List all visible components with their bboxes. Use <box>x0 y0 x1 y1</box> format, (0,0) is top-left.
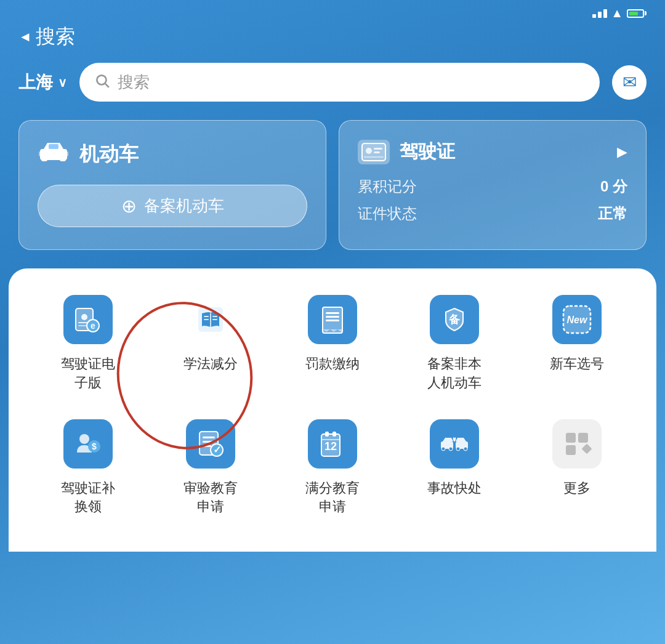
svg-point-14 <box>81 314 87 320</box>
service-accident[interactable]: 事故快处 <box>393 417 515 517</box>
status-icons: ▲ <box>592 6 647 20</box>
service-full-edu[interactable]: 12 满分教育 申请 <box>272 417 393 517</box>
status-label: 证件状态 <box>358 204 417 223</box>
search-bar[interactable]: 搜索 <box>79 63 600 102</box>
arrow-right-icon[interactable]: ▶ <box>617 144 627 160</box>
search-input[interactable]: 搜索 <box>118 71 150 93</box>
book-icon <box>186 295 235 344</box>
service-review-edu[interactable]: ✓ 审验教育 申请 <box>149 417 271 517</box>
service-register-other[interactable]: 备 备案非本 人机动车 <box>393 293 515 393</box>
svg-rect-10 <box>374 148 382 150</box>
svg-text:e: e <box>91 321 95 331</box>
svg-text:$: $ <box>92 441 97 451</box>
service-driving-e[interactable]: e 驾驶证电 子版 <box>27 293 149 393</box>
new-icon: New <box>552 295 602 344</box>
svg-text:New: New <box>566 315 587 325</box>
service-label: 驾驶证补 换领 <box>61 479 115 517</box>
svg-point-50 <box>456 447 460 451</box>
svg-rect-27 <box>326 316 339 318</box>
svg-rect-38 <box>203 445 211 447</box>
svg-point-48 <box>441 447 445 451</box>
license-renew-icon-wrap: $ <box>62 417 115 470</box>
service-license-renew[interactable]: $ 驾驶证补 换领 <box>27 417 149 517</box>
receipt-icon <box>308 295 357 344</box>
city-selector[interactable]: 上海 ∨ <box>18 71 67 94</box>
cards-row: 机动车 ⊕ 备案机动车 驾驶证 ▶ <box>0 120 665 268</box>
car-icon <box>38 139 70 170</box>
signal-icon <box>592 9 607 18</box>
doc-date-icon: 12 <box>308 419 357 469</box>
service-label: 备案非本 人机动车 <box>427 355 482 393</box>
status-bar: ▲ <box>0 0 665 23</box>
top-nav: ◄ 搜索 <box>0 23 665 63</box>
back-arrow-icon: ◄ <box>18 29 32 45</box>
svg-rect-11 <box>374 151 380 153</box>
more-icon <box>552 419 602 469</box>
svg-rect-22 <box>204 319 209 320</box>
license-title: 驾驶证 <box>400 139 455 164</box>
service-label: 满分教育 申请 <box>305 479 360 517</box>
svg-point-49 <box>449 447 453 451</box>
svg-rect-42 <box>325 432 329 437</box>
service-more[interactable]: 更多 <box>516 417 638 517</box>
svg-rect-57 <box>566 445 576 455</box>
svg-rect-43 <box>332 432 336 437</box>
back-button[interactable]: ◄ 搜索 <box>18 23 75 50</box>
svg-rect-12 <box>364 156 384 158</box>
vehicle-title: 机动车 <box>79 141 139 168</box>
service-label: 更多 <box>563 479 590 498</box>
svg-point-51 <box>464 447 467 451</box>
svg-rect-7 <box>49 144 58 149</box>
svg-text:✓: ✓ <box>212 445 220 455</box>
svg-text:12: 12 <box>324 440 337 453</box>
more-icon-wrap <box>550 417 603 470</box>
svg-rect-4 <box>60 158 66 161</box>
svg-rect-3 <box>41 158 47 161</box>
vehicle-card: 机动车 ⊕ 备案机动车 <box>18 120 326 250</box>
service-label: 罚款缴纳 <box>305 355 360 374</box>
new-plate-icon-wrap: New <box>550 293 603 346</box>
service-study-reduce[interactable]: 学法减分 <box>149 293 271 393</box>
chevron-down-icon: ∨ <box>58 75 67 90</box>
svg-rect-5 <box>39 151 42 156</box>
mail-icon: ✉ <box>623 72 637 92</box>
svg-rect-24 <box>212 319 217 320</box>
service-label: 事故快处 <box>427 479 482 498</box>
mail-button[interactable]: ✉ <box>612 65 647 100</box>
service-label: 驾驶证电 子版 <box>61 355 115 393</box>
status-value: 正常 <box>598 204 627 223</box>
service-label: 审验教育 申请 <box>183 479 238 517</box>
fine-pay-icon-wrap <box>306 293 359 346</box>
score-value: 0 分 <box>600 177 627 196</box>
search-icon <box>94 73 110 92</box>
battery-icon <box>627 9 647 18</box>
search-row: 上海 ∨ 搜索 ✉ <box>0 63 665 120</box>
accident-icon <box>430 419 479 469</box>
register-other-icon-wrap: 备 <box>428 293 481 346</box>
id-card-icon <box>358 140 390 164</box>
full-edu-icon-wrap: 12 <box>306 417 359 470</box>
svg-rect-55 <box>566 433 576 443</box>
services-grid: e 驾驶证电 子版 <box>27 293 638 517</box>
svg-rect-58 <box>581 443 591 454</box>
person-icon: $ <box>63 419 113 469</box>
wifi-icon: ▲ <box>611 6 623 20</box>
license-card: 驾驶证 ▶ 累积记分 0 分 证件状态 正常 <box>339 120 647 250</box>
svg-rect-21 <box>204 316 209 317</box>
svg-point-9 <box>366 148 372 154</box>
service-label: 新车选号 <box>550 355 604 374</box>
svg-rect-36 <box>203 437 215 438</box>
svg-point-32 <box>79 434 89 444</box>
svg-text:备: 备 <box>448 313 461 326</box>
svg-point-0 <box>97 75 106 84</box>
study-reduce-icon-wrap <box>184 293 237 346</box>
service-fine-pay[interactable]: 罚款缴纳 <box>272 293 393 393</box>
score-label: 累积记分 <box>358 177 417 196</box>
service-new-plate[interactable]: New 新车选号 <box>516 293 638 393</box>
city-name: 上海 <box>18 71 53 94</box>
svg-rect-26 <box>326 312 339 314</box>
add-vehicle-button[interactable]: ⊕ 备案机动车 <box>38 185 307 227</box>
back-label: 搜索 <box>36 23 75 50</box>
svg-rect-6 <box>65 151 68 156</box>
review-edu-icon-wrap: ✓ <box>184 417 237 470</box>
